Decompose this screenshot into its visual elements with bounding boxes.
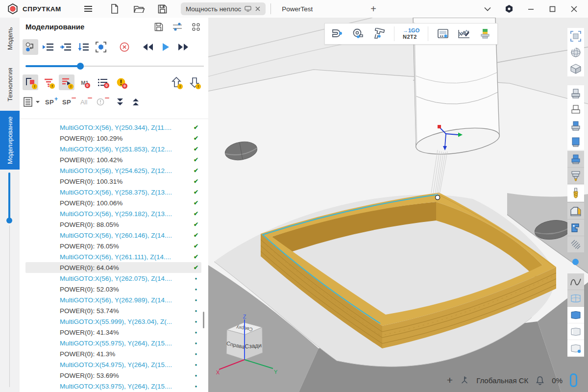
save-icon[interactable]	[157, 3, 168, 14]
list-item[interactable]: MultiGOTO:X(56), Y(254.625), Z(12....✔	[25, 165, 201, 176]
viewport-3d[interactable]: →1GO N2T2	[208, 18, 588, 392]
step-mode-button[interactable]	[23, 39, 38, 55]
toolpath-point-toggle[interactable]	[572, 259, 579, 265]
control-panel-icon[interactable]	[437, 27, 449, 40]
show-toolholder-button[interactable]	[567, 168, 584, 184]
list-item[interactable]: MultiGOTO:X(56), Y(262.075), Z(14....●	[25, 273, 201, 284]
panel-layout-icon[interactable]	[191, 22, 201, 32]
collision-report-button[interactable]: !	[59, 74, 74, 90]
show-surface-light-button[interactable]	[567, 323, 584, 340]
list-item[interactable]: MultiGOTO:X(53.975), Y(264), Z(15....●	[25, 381, 201, 392]
list-item[interactable]: MultiGOTO:X(56), Y(250.344), Z(11....✔	[25, 122, 201, 133]
m1-stops-button[interactable]: M1 0	[77, 74, 93, 90]
show-surface-points-button[interactable]	[567, 340, 584, 357]
sp-remove-button[interactable]: SP	[62, 95, 75, 109]
chevron-down-icon[interactable]	[482, 3, 493, 14]
list-item[interactable]: MultiGOTO:X(56), Y(261.111), Z(14....✔	[25, 251, 201, 262]
coordinate-system-icon[interactable]	[460, 376, 469, 385]
list-item[interactable]: POWER(0): 41.34%●	[25, 327, 201, 338]
progress-marker[interactable]	[6, 218, 12, 223]
new-file-icon[interactable]	[109, 3, 120, 14]
prev-issue-button[interactable]: !	[169, 74, 184, 90]
next-issue-button[interactable]: !	[187, 74, 202, 90]
show-result-button[interactable]	[567, 151, 584, 168]
list-item[interactable]: MultiGOTO:X(56), Y(258.375), Z(13....✔	[25, 187, 201, 197]
list-item[interactable]: POWER(0): 53.74%●	[25, 305, 201, 316]
notifications-bell-icon[interactable]	[536, 376, 544, 385]
list-item[interactable]: POWER(0): 100.42%✔	[25, 154, 201, 165]
close-window-icon[interactable]	[568, 3, 579, 14]
collision-filter-button[interactable]: !	[41, 74, 56, 90]
document-tab-powertest[interactable]: PowerTest	[282, 5, 313, 13]
play-button[interactable]	[158, 39, 173, 55]
tab-simulation[interactable]: Моделирование	[0, 111, 20, 170]
list-item[interactable]: POWER(0): 41.3%●	[25, 348, 201, 359]
list-item[interactable]: MultiGOTO:X(56), Y(259.182), Z(13....✔	[25, 208, 201, 219]
run-to-next-op-button[interactable]	[40, 39, 56, 55]
list-item[interactable]: POWER(0): 100.29%✔	[25, 133, 201, 144]
stop-button[interactable]	[117, 39, 132, 55]
goto-block-indicator[interactable]: →1GO N2T2	[403, 27, 419, 40]
settings-nut-icon[interactable]	[504, 3, 514, 14]
list-item[interactable]: POWER(0): 100.06%✔	[25, 197, 201, 208]
save-session-icon[interactable]	[153, 22, 164, 32]
document-tab-active[interactable]: Мощность неплос	[181, 2, 266, 15]
simulation-settings-icon[interactable]	[172, 22, 183, 32]
add-cs-icon[interactable]: +	[447, 374, 453, 386]
main-menu-icon[interactable]	[83, 3, 94, 14]
warnings-button[interactable]: 0	[113, 74, 129, 90]
sp-add-button[interactable]: SP+	[45, 95, 57, 109]
list-item[interactable]: POWER(0): 64.04%✔	[25, 262, 201, 273]
snap-magnet-icon[interactable]	[331, 27, 343, 40]
list-item[interactable]: POWER(0): 100.31%✔	[25, 176, 201, 187]
list-item[interactable]: MultiGOTO:X(55.975), Y(264), Z(15....●	[25, 338, 201, 348]
collision-zones-button[interactable]: !	[23, 74, 38, 90]
rewind-button[interactable]	[140, 39, 156, 55]
open-folder-icon[interactable]	[134, 3, 145, 14]
view-cube[interactable]: Сверху Справа Сзади Z X Y	[213, 315, 282, 378]
show-surface-shaded-button[interactable]	[567, 307, 584, 323]
close-tab-icon[interactable]	[255, 6, 261, 12]
list-item[interactable]: POWER(0): 53.69%●	[25, 370, 201, 381]
list-item[interactable]: MultiGOTO:X(56), Y(262.989), Z(14....●	[25, 294, 201, 305]
minimize-icon[interactable]	[525, 3, 536, 14]
tab-technology[interactable]: Технология	[0, 59, 20, 111]
list-scrollbar[interactable]	[203, 312, 204, 328]
iso-view-button[interactable]	[567, 60, 584, 77]
graphs-icon[interactable]	[458, 27, 470, 40]
collapse-all-button[interactable]	[132, 95, 139, 109]
caliper-icon[interactable]	[373, 27, 386, 40]
speed-slider[interactable]	[25, 63, 204, 70]
list-item[interactable]: POWER(0): 88.05%✔	[25, 219, 201, 230]
show-machine-schema-button[interactable]	[567, 220, 584, 236]
selection-focus-button[interactable]	[93, 39, 109, 55]
list-item[interactable]: MultiGOTO:X(55.999), Y(263.04), Z(...●	[25, 316, 201, 327]
tool-preset-icon[interactable]	[479, 27, 491, 40]
new-tab-icon[interactable]: +	[370, 3, 376, 15]
list-view-dropdown[interactable]	[24, 95, 40, 109]
all-remove-button[interactable]: All	[80, 95, 92, 109]
run-to-selected-button[interactable]	[58, 39, 74, 55]
show-tool-button[interactable]	[567, 185, 584, 202]
fast-forward-button[interactable]	[175, 39, 191, 55]
list-item[interactable]: MultiGOTO:X(54.975), Y(264), Z(15....●	[25, 359, 201, 370]
show-stock-shaded-button[interactable]	[567, 118, 584, 134]
cs-name-label[interactable]: Глобальная СК	[476, 376, 528, 385]
expand-all-button[interactable]	[117, 95, 123, 109]
show-workpiece-button[interactable]	[567, 85, 584, 102]
list-item[interactable]: MultiGOTO:X(56), Y(251.853), Z(12....✔	[25, 144, 201, 154]
tape-measure-icon[interactable]	[352, 27, 365, 40]
slider-handle[interactable]	[77, 63, 84, 70]
show-toolpath-button[interactable]	[567, 236, 584, 253]
show-stock-wireframe-button[interactable]	[567, 101, 584, 118]
show-part-button[interactable]	[567, 134, 584, 150]
list-item[interactable]: POWER(0): 52.03%●	[25, 284, 201, 294]
orbit-sphere-button[interactable]	[567, 44, 584, 61]
list-item[interactable]: POWER(0): 76.05%✔	[25, 241, 201, 251]
info-remove-button[interactable]	[97, 95, 109, 109]
messages-list-button[interactable]: 0	[95, 74, 111, 90]
run-list-button[interactable]	[75, 39, 91, 55]
maximize-icon[interactable]	[547, 3, 558, 14]
show-surface-wireframe-button[interactable]	[567, 290, 584, 307]
list-item[interactable]: MultiGOTO:X(56), Y(260.146), Z(14....✔	[25, 230, 201, 241]
